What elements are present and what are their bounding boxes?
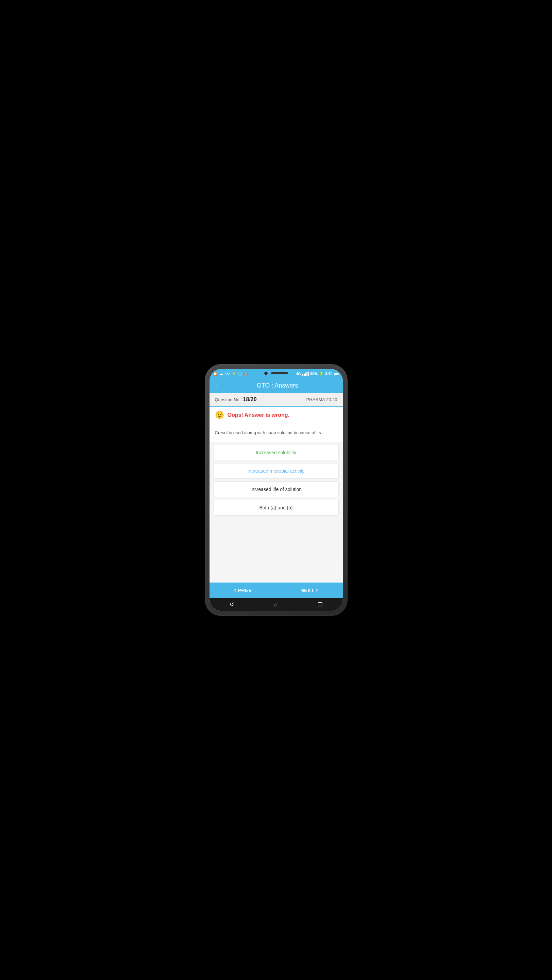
option-a[interactable]: Increased solubility [214,445,339,460]
options-list: Increased solubility Increased microbial… [209,442,343,518]
question-number: 18/20 [243,396,257,402]
option-b-text: Increased microbial activity [247,468,305,474]
brackets-icon: { } [238,372,241,375]
question-no-label: Question No : [215,397,243,402]
option-d[interactable]: Both (a) and (b) [214,500,339,515]
book-icon: 📋 [213,372,218,376]
battery-percent: 80% [310,372,318,375]
nav-bar: ← GTO : Answers [209,379,343,393]
camera [264,372,268,375]
android-recents-button[interactable]: ❐ [318,601,322,608]
back-button[interactable]: ← [215,382,222,390]
battery-icon: 🔋 [319,372,324,376]
status-icons: 📋 ☁ </> ⚡ { } 🤖 [213,372,248,376]
speaker [271,372,288,374]
android-home-button[interactable]: ⌂ [274,601,278,608]
status-right: 4G 80% 🔋 3:54 pm [296,372,339,376]
question-number-container: Question No : 18/20 [215,396,257,402]
next-button[interactable]: NEXT > [276,582,343,598]
phone-screen: 📋 ☁ </> ⚡ { } 🤖 4G 80% 🔋 3:54 pm [209,369,343,611]
android-back-button[interactable]: ↺ [230,601,234,608]
answer-status-bar: 😟 Oops! Answer is wrong. [209,407,343,424]
android-icon: 🤖 [244,372,248,376]
code-icon: </> [225,372,230,375]
android-bar: ↺ ⌂ ❐ [209,598,343,611]
usb-icon: ⚡ [232,372,236,376]
signal-strength-icon [302,372,309,375]
option-b[interactable]: Increased microbial activity [214,463,339,479]
prev-button[interactable]: < PREV [209,582,276,598]
bottom-nav: < PREV NEXT > [209,582,343,598]
option-c-text: Increased life of solution [250,487,302,492]
answer-status-text: Oops! Answer is wrong. [228,412,290,418]
question-body: Cresol is used alomg with soap solution … [209,424,343,582]
sad-emoji: 😟 [215,411,224,420]
nav-title: GTO : Answers [226,382,329,389]
time-display: 3:54 pm [325,372,339,375]
question-text: Cresol is used alomg with soap solution … [209,424,343,442]
cloud-icon: ☁ [219,372,223,376]
option-d-text: Both (a) and (b) [259,505,292,511]
question-header: Question No : 18/20 PHARMA 20 20 [209,393,343,407]
network-type: 4G [296,372,301,375]
option-c[interactable]: Increased life of solution [214,482,339,497]
phone-frame: 📋 ☁ </> ⚡ { } 🤖 4G 80% 🔋 3:54 pm [205,364,347,616]
option-a-text: Increased solubility [256,450,296,455]
exam-label: PHARMA 20 20 [306,397,337,402]
